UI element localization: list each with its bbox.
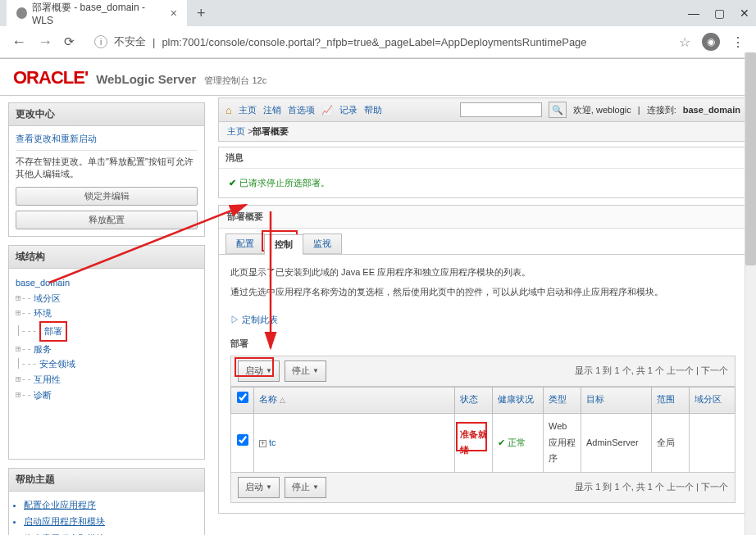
- release-config-button[interactable]: 释放配置: [16, 211, 198, 229]
- deployment-name-link[interactable]: tc: [269, 438, 276, 447]
- globe-icon: [16, 7, 27, 19]
- help-link-0[interactable]: 配置企业应用程序: [24, 496, 204, 514]
- deployments-label: 部署: [230, 336, 736, 352]
- help-panel: 帮助主题 配置企业应用程序 启动应用程序和模块 停止应用程序和模块 查看企业应用…: [8, 468, 205, 536]
- caret-down-icon: ▼: [312, 482, 319, 493]
- start-button-footer[interactable]: 启动▼: [238, 477, 280, 498]
- cell-partition: [690, 413, 736, 472]
- col-name[interactable]: 名称 △: [254, 387, 455, 413]
- tree-item-interop[interactable]: 互用性: [34, 372, 61, 388]
- health-ok-icon: ✔: [498, 438, 505, 447]
- col-target[interactable]: 目标: [581, 387, 652, 413]
- col-type[interactable]: 类型: [544, 387, 581, 413]
- col-scope[interactable]: 范围: [652, 387, 690, 413]
- tree-item-diag[interactable]: 诊断: [34, 388, 52, 403]
- success-check-icon: ✔: [229, 178, 236, 188]
- window-close-icon[interactable]: ✕: [740, 7, 749, 20]
- select-all-checkbox[interactable]: [237, 392, 248, 403]
- col-partition[interactable]: 域分区: [690, 387, 736, 413]
- col-health[interactable]: 健康状况: [493, 387, 544, 413]
- breadcrumb-current: 部署概要: [253, 126, 289, 136]
- tree-item-env[interactable]: 环境: [34, 306, 52, 321]
- url-insecure-label: 不安全: [114, 34, 146, 49]
- cell-health: 正常: [508, 438, 526, 447]
- sort-asc-icon: △: [280, 396, 285, 404]
- bookmark-star-icon[interactable]: ☆: [679, 34, 690, 50]
- back-icon[interactable]: ←: [11, 34, 26, 51]
- change-center-panel: 更改中心 查看更改和重新启动 不存在智挂更改。单击"释放配置"按钮可允许其他人编…: [8, 102, 205, 237]
- caret-down-icon: ▼: [312, 365, 319, 377]
- col-state[interactable]: 状态: [455, 387, 493, 413]
- oracle-logo: ORACLE': [13, 67, 88, 88]
- view-changes-link[interactable]: 查看更改和重新启动: [16, 134, 97, 143]
- toolbar-logout[interactable]: 注销: [263, 104, 281, 116]
- tab-close-icon[interactable]: ×: [171, 7, 177, 20]
- deployments-table: 名称 △ 状态 健康状况 类型 目标 范围 域分区 + tc 准备就绪 ✔ 正常…: [230, 387, 736, 473]
- change-center-title: 更改中心: [9, 103, 204, 126]
- paging-top: 显示 1 到 1 个, 共 1 个 上一个 | 下一个: [575, 363, 728, 379]
- tree-item-deploy[interactable]: 部署: [44, 326, 62, 336]
- browser-tab[interactable]: 部署概要 - base_domain - WLS ×: [7, 0, 187, 31]
- cell-type: Web 应用程序: [544, 413, 581, 472]
- toolbar-home[interactable]: 主页: [239, 104, 257, 116]
- expand-icon[interactable]: +: [259, 440, 266, 447]
- deployments-title: 部署概要: [219, 206, 747, 229]
- chart-icon: 📈: [321, 105, 333, 116]
- tab-title: 部署概要 - base_domain - WLS: [32, 1, 159, 26]
- help-title: 帮助主题: [9, 469, 204, 492]
- search-input[interactable]: [460, 102, 542, 117]
- domain-tree-panel: 域结构 base_domain ⊞--域分区 ⊞--环境 │---部署 ⊞--服…: [8, 245, 205, 460]
- address-bar[interactable]: i 不安全 | plm:7001/console/console.portal?…: [86, 31, 667, 52]
- messages-text: 已请求停止所选部署。: [239, 178, 330, 188]
- messages-title: 消息: [219, 147, 747, 169]
- window-minimize-icon[interactable]: —: [688, 7, 699, 20]
- forward-icon: →: [38, 34, 52, 51]
- caret-down-icon: ▼: [266, 482, 272, 493]
- wls-toolbar: ⌂ 主页 注销 首选项 📈 记录 帮助 🔍 欢迎, weblogic | 连接到…: [218, 97, 748, 122]
- tab-config[interactable]: 配置: [225, 233, 265, 254]
- vertical-scrollbar[interactable]: [745, 52, 756, 535]
- connected-domain: base_domain: [683, 105, 740, 115]
- breadcrumb: 主页 >部署概要: [218, 122, 748, 142]
- toolbar-help[interactable]: 帮助: [364, 104, 382, 116]
- stop-button[interactable]: 停止▼: [285, 360, 326, 382]
- profile-avatar-icon[interactable]: ◉: [702, 33, 720, 51]
- cell-scope: 全局: [652, 413, 690, 472]
- messages-panel: 消息 ✔已请求停止所选部署。: [218, 147, 748, 198]
- window-maximize-icon[interactable]: ▢: [714, 7, 725, 20]
- breadcrumb-home[interactable]: 主页: [227, 126, 245, 136]
- lock-edit-button[interactable]: 锁定并编辑: [16, 187, 198, 206]
- tree-root[interactable]: base_domain: [16, 275, 198, 291]
- change-center-note: 不存在智挂更改。单击"释放配置"按钮可允许其他人编辑域。: [16, 156, 198, 180]
- cell-target: AdminServer: [581, 413, 652, 472]
- home-icon[interactable]: ⌂: [225, 104, 232, 116]
- row-checkbox[interactable]: [237, 434, 248, 446]
- tree-item-service[interactable]: 服务: [34, 342, 52, 357]
- browser-menu-icon[interactable]: ⋮: [731, 34, 745, 50]
- reload-icon[interactable]: ⟳: [64, 34, 75, 49]
- scroll-thumb[interactable]: [745, 52, 756, 265]
- desc-2: 通过先选中应用程序名称旁边的复选框，然后使用此页中的控件，可以从此域中启动和停止…: [230, 284, 736, 301]
- toolbar-prefs[interactable]: 首选项: [288, 104, 315, 116]
- welcome-text: 欢迎, weblogic: [573, 104, 631, 116]
- new-tab-button[interactable]: +: [197, 5, 206, 22]
- toolbar-record[interactable]: 记录: [339, 104, 358, 116]
- tree-item-security[interactable]: 安全领域: [39, 356, 75, 372]
- product-name: WebLogic Server: [96, 72, 196, 86]
- domain-tree-title: 域结构: [9, 246, 204, 269]
- triangle-icon: ▷: [230, 315, 239, 324]
- table-row: + tc 准备就绪 ✔ 正常 Web 应用程序 AdminServer 全局: [231, 413, 736, 472]
- tree-item-domain-part[interactable]: 域分区: [34, 291, 61, 306]
- customize-table-link[interactable]: 定制此表: [242, 315, 278, 324]
- insecure-info-icon[interactable]: i: [94, 35, 107, 48]
- paging-bottom: 显示 1 到 1 个, 共 1 个 上一个 | 下一个: [575, 479, 728, 496]
- url-text: plm:7001/console/console.portal?_nfpb=tr…: [162, 36, 586, 48]
- stop-button-footer[interactable]: 停止▼: [285, 477, 326, 498]
- tab-monitor[interactable]: 监视: [303, 233, 342, 254]
- tab-control[interactable]: 控制: [264, 234, 303, 255]
- help-link-1[interactable]: 启动应用程序和模块: [24, 513, 204, 530]
- search-button[interactable]: 🔍: [549, 102, 567, 118]
- connected-label: 连接到:: [647, 104, 676, 116]
- help-link-2[interactable]: 停止应用程序和模块: [24, 530, 204, 535]
- deployments-panel: 部署概要 配置 控制 监视 此页显示了已安装到此域的 Java EE 应用程序和…: [218, 205, 748, 514]
